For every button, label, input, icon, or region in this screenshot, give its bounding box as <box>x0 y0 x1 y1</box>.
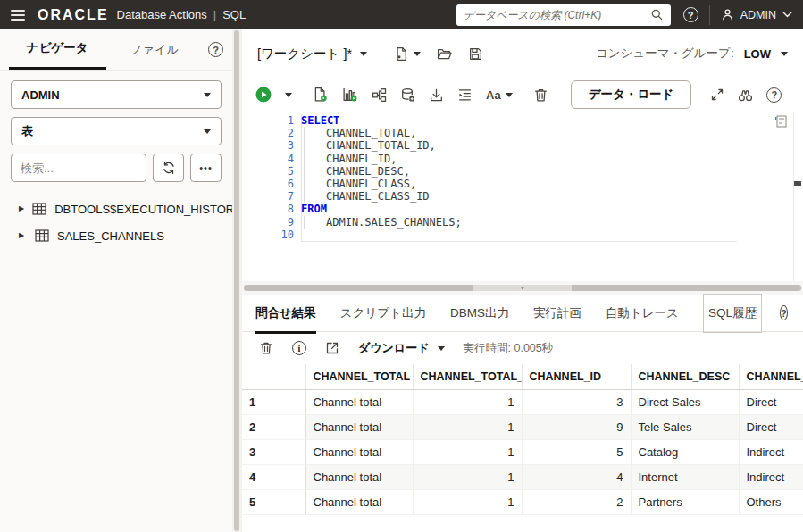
grid-cell[interactable]: 5 <box>522 439 631 464</box>
maximize-button[interactable] <box>710 87 724 102</box>
grid-cell[interactable]: Channel total <box>305 464 413 489</box>
sql-tuning-button[interactable] <box>400 87 415 103</box>
download-editor-button[interactable] <box>429 87 444 103</box>
grid-cell[interactable]: Direct <box>739 414 803 439</box>
new-worksheet-button[interactable] <box>394 46 421 62</box>
results-tab[interactable]: SQL履歴 <box>703 294 762 333</box>
schema-select[interactable]: ADMIN <box>11 80 222 109</box>
editor-scrollbar[interactable] <box>793 112 803 281</box>
autotrace-chart-button[interactable] <box>342 87 358 103</box>
grid-column-header[interactable]: CHANNEL_ID <box>522 364 631 389</box>
grid-column-header[interactable]: CHANNEL_CLASS <box>739 364 803 389</box>
grid-cell[interactable]: Partners <box>631 489 739 514</box>
grid-column-header[interactable]: CHANNEL_TOTAL_ID <box>413 364 522 389</box>
grid-cell[interactable]: 1 <box>413 439 522 464</box>
sidebar-tab[interactable]: ナビゲータ <box>9 29 106 70</box>
clear-worksheet-button[interactable] <box>533 87 548 103</box>
info-icon[interactable]: i <box>292 341 306 355</box>
sql-editor[interactable]: 1SELECT2CHANNEL_TOTAL,3CHANNEL_TOTAL_ID,… <box>242 112 803 281</box>
grid-row[interactable]: 5Channel total12PartnersOthers <box>242 489 803 514</box>
open-in-new-button[interactable] <box>325 341 339 355</box>
find-replace-button[interactable] <box>738 87 753 103</box>
tree-item[interactable]: ▶SALES_CHANNELS <box>5 224 227 247</box>
editor-line[interactable]: 6CHANNEL_CLASS, <box>242 178 792 190</box>
object-type-select[interactable]: 表 <box>11 117 222 145</box>
grid-cell[interactable]: Tele Sales <box>631 414 739 439</box>
header-help-icon[interactable]: ? <box>683 7 698 22</box>
grid-cell[interactable]: Channel total <box>305 489 413 514</box>
database-search-box[interactable] <box>456 4 671 26</box>
grid-cell[interactable]: Direct Sales <box>631 389 739 414</box>
editor-line[interactable]: 3CHANNEL_TOTAL_ID, <box>242 139 792 152</box>
results-tab[interactable]: DBMS出力 <box>450 294 509 333</box>
worksheet-help-icon[interactable]: ? <box>766 87 782 103</box>
expand-caret-icon[interactable]: ▶ <box>19 232 27 239</box>
consumer-group-value[interactable]: LOW <box>744 47 771 61</box>
download-results-button[interactable]: ダウンロード <box>358 340 445 356</box>
sidebar-tab[interactable]: ファイル <box>106 29 204 70</box>
expand-caret-icon[interactable]: ▶ <box>19 205 24 212</box>
sidebar-help-icon[interactable]: ? <box>208 42 223 57</box>
chevron-down-icon[interactable] <box>781 52 788 56</box>
tree-item[interactable]: ▶DBTOOLS$EXECUTION_HISTORY <box>5 197 227 220</box>
run-script-button[interactable] <box>313 87 329 103</box>
results-tab[interactable]: スクリプト出力 <box>340 294 426 333</box>
grid-row[interactable]: 4Channel total14InternetIndirect <box>242 464 803 489</box>
editor-line[interactable]: 8FROM <box>242 203 792 215</box>
grid-cell[interactable]: Channel total <box>305 389 413 414</box>
grid-cell[interactable]: 4 <box>522 464 631 489</box>
grid-cell[interactable]: Channel total <box>305 414 413 439</box>
editor-line[interactable]: 2CHANNEL_TOTAL, <box>242 127 792 139</box>
grid-cell[interactable]: Internet <box>631 464 739 489</box>
run-options-chevron-icon[interactable] <box>285 93 292 97</box>
grid-cell[interactable]: Catalog <box>631 439 739 464</box>
object-search-input[interactable] <box>11 154 146 182</box>
open-file-button[interactable] <box>437 46 452 62</box>
format-button[interactable] <box>457 87 473 103</box>
worksheet-tab[interactable]: [ワークシート ]* <box>257 46 367 62</box>
save-button[interactable] <box>468 46 483 62</box>
vertical-splitter[interactable] <box>232 29 242 532</box>
splitter-collapse-handle[interactable]: ▼ <box>473 285 572 291</box>
more-options-button[interactable]: ••• <box>190 154 222 182</box>
explain-plan-button[interactable] <box>372 87 387 103</box>
results-help-icon[interactable]: ? <box>780 305 788 320</box>
grid-cell[interactable]: Indirect <box>739 464 803 489</box>
grid-cell[interactable]: 1 <box>413 489 522 514</box>
grid-column-header[interactable]: CHANNEL_DESC <box>631 364 739 389</box>
refresh-button[interactable] <box>153 154 184 182</box>
grid-cell[interactable]: Channel total <box>305 439 413 464</box>
editor-line[interactable]: 5CHANNEL_DESC, <box>242 165 792 178</box>
grid-cell[interactable]: 1 <box>413 389 522 414</box>
user-menu[interactable]: ADMIN <box>721 8 792 21</box>
results-tab[interactable]: 自動トレース <box>606 294 679 333</box>
search-icon[interactable] <box>650 8 664 21</box>
grid-cell[interactable]: 2 <box>522 489 631 514</box>
grid-cell[interactable]: 9 <box>522 414 631 439</box>
grid-cell[interactable]: Direct <box>739 389 803 414</box>
grid-row[interactable]: 1Channel total13Direct SalesDirect <box>242 389 803 414</box>
grid-cell[interactable]: Others <box>739 489 803 514</box>
data-load-button[interactable]: データ・ロード <box>571 80 692 109</box>
grid-cell[interactable]: 3 <box>522 389 631 414</box>
editor-line[interactable]: 10 <box>242 229 792 241</box>
text-size-button[interactable]: Aa <box>486 88 513 102</box>
grid-cell[interactable]: Indirect <box>739 439 803 464</box>
discard-results-button[interactable] <box>259 341 273 355</box>
editor-line[interactable]: 1SELECT <box>242 114 792 127</box>
editor-line[interactable]: 7CHANNEL_CLASS_ID <box>242 190 792 203</box>
run-statement-button[interactable] <box>255 87 272 103</box>
grid-row[interactable]: 2Channel total19Tele SalesDirect <box>242 414 803 439</box>
results-tab[interactable]: 問合せ結果 <box>255 294 316 333</box>
grid-column-header[interactable]: CHANNEL_TOTAL <box>305 364 413 389</box>
minimap-icon[interactable] <box>775 115 787 128</box>
grid-row[interactable]: 3Channel total15CatalogIndirect <box>242 439 803 464</box>
hamburger-menu-icon[interactable] <box>11 10 25 21</box>
results-tab[interactable]: 実行計画 <box>533 294 581 333</box>
database-search-input[interactable] <box>464 9 645 21</box>
grid-cell[interactable]: 1 <box>413 464 522 489</box>
editor-scrollbar-marker[interactable] <box>794 181 801 186</box>
editor-line[interactable]: 4CHANNEL_ID, <box>242 153 792 165</box>
grid-cell[interactable]: 1 <box>413 414 522 439</box>
editor-line[interactable]: 9ADMIN.SALES_CHANNELS; <box>242 216 792 229</box>
